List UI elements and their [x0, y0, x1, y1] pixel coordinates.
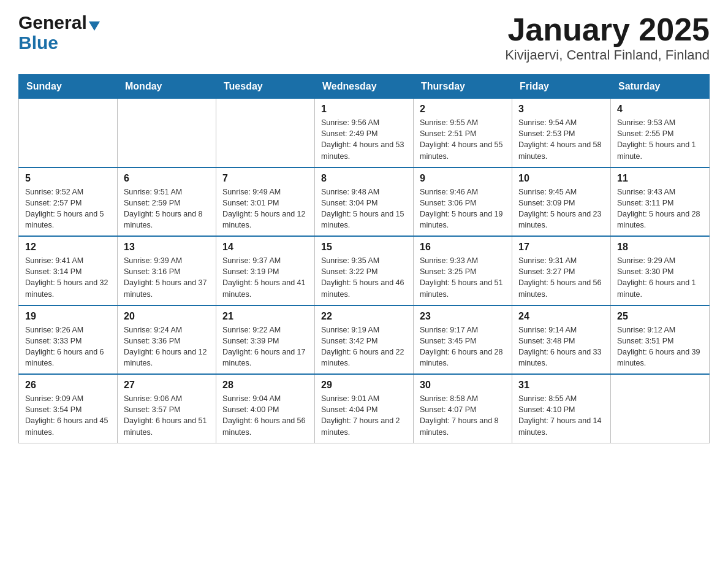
- calendar-cell: 2Sunrise: 9:55 AM Sunset: 2:51 PM Daylig…: [414, 99, 512, 167]
- calendar-cell: 25Sunrise: 9:12 AM Sunset: 3:51 PM Dayli…: [611, 305, 710, 375]
- day-number: 4: [617, 104, 703, 115]
- day-info: Sunrise: 9:31 AM Sunset: 3:27 PM Dayligh…: [518, 255, 604, 300]
- calendar-cell: 17Sunrise: 9:31 AM Sunset: 3:27 PM Dayli…: [512, 236, 611, 305]
- day-number: 16: [420, 242, 506, 253]
- day-info: Sunrise: 9:24 AM Sunset: 3:36 PM Dayligh…: [124, 324, 210, 369]
- calendar-cell: [216, 99, 315, 167]
- calendar-cell: 19Sunrise: 9:26 AM Sunset: 3:33 PM Dayli…: [19, 305, 118, 375]
- calendar-cell: 11Sunrise: 9:43 AM Sunset: 3:11 PM Dayli…: [611, 167, 710, 237]
- calendar-cell: 8Sunrise: 9:48 AM Sunset: 3:04 PM Daylig…: [315, 167, 414, 237]
- calendar-week-row: 12Sunrise: 9:41 AM Sunset: 3:14 PM Dayli…: [19, 236, 710, 305]
- day-info: Sunrise: 9:53 AM Sunset: 2:55 PM Dayligh…: [617, 117, 703, 162]
- page-title: January 2025: [505, 12, 710, 47]
- day-info: Sunrise: 9:39 AM Sunset: 3:16 PM Dayligh…: [124, 255, 210, 300]
- calendar-cell: 3Sunrise: 9:54 AM Sunset: 2:53 PM Daylig…: [512, 99, 611, 167]
- column-header-saturday: Saturday: [611, 75, 710, 99]
- column-header-sunday: Sunday: [19, 75, 118, 99]
- day-info: Sunrise: 9:17 AM Sunset: 3:45 PM Dayligh…: [420, 324, 506, 369]
- calendar-cell: 4Sunrise: 9:53 AM Sunset: 2:55 PM Daylig…: [611, 99, 710, 167]
- day-number: 28: [222, 380, 308, 391]
- page-subtitle: Kivijaervi, Central Finland, Finland: [505, 47, 710, 63]
- day-number: 10: [518, 173, 604, 184]
- calendar-cell: 18Sunrise: 9:29 AM Sunset: 3:30 PM Dayli…: [611, 236, 710, 305]
- column-header-friday: Friday: [512, 75, 611, 99]
- day-info: Sunrise: 9:09 AM Sunset: 3:54 PM Dayligh…: [25, 393, 111, 438]
- title-block: January 2025 Kivijaervi, Central Finland…: [505, 12, 710, 63]
- day-number: 25: [617, 311, 703, 322]
- day-info: Sunrise: 9:49 AM Sunset: 3:01 PM Dayligh…: [222, 186, 308, 231]
- day-number: 27: [124, 380, 210, 391]
- logo-blue: Blue: [18, 33, 58, 53]
- day-info: Sunrise: 9:56 AM Sunset: 2:49 PM Dayligh…: [321, 117, 407, 162]
- day-info: Sunrise: 9:48 AM Sunset: 3:04 PM Dayligh…: [321, 186, 407, 231]
- calendar-cell: 12Sunrise: 9:41 AM Sunset: 3:14 PM Dayli…: [19, 236, 118, 305]
- day-info: Sunrise: 9:35 AM Sunset: 3:22 PM Dayligh…: [321, 255, 407, 300]
- column-header-monday: Monday: [118, 75, 216, 99]
- calendar-cell: 31Sunrise: 8:55 AM Sunset: 4:10 PM Dayli…: [512, 374, 611, 443]
- calendar-cell: 9Sunrise: 9:46 AM Sunset: 3:06 PM Daylig…: [414, 167, 512, 237]
- calendar-cell: 26Sunrise: 9:09 AM Sunset: 3:54 PM Dayli…: [19, 374, 118, 443]
- calendar-cell: 20Sunrise: 9:24 AM Sunset: 3:36 PM Dayli…: [118, 305, 216, 375]
- day-number: 6: [124, 173, 210, 184]
- day-info: Sunrise: 9:41 AM Sunset: 3:14 PM Dayligh…: [25, 255, 111, 300]
- calendar-cell: 28Sunrise: 9:04 AM Sunset: 4:00 PM Dayli…: [216, 374, 315, 443]
- day-number: 12: [25, 242, 111, 253]
- calendar-week-row: 1Sunrise: 9:56 AM Sunset: 2:49 PM Daylig…: [19, 99, 710, 167]
- day-number: 3: [518, 104, 604, 115]
- day-number: 26: [25, 380, 111, 391]
- calendar-header-row: SundayMondayTuesdayWednesdayThursdayFrid…: [19, 75, 710, 99]
- calendar-cell: 30Sunrise: 8:58 AM Sunset: 4:07 PM Dayli…: [414, 374, 512, 443]
- calendar-cell: [611, 374, 710, 443]
- day-info: Sunrise: 9:22 AM Sunset: 3:39 PM Dayligh…: [222, 324, 308, 369]
- calendar-week-row: 19Sunrise: 9:26 AM Sunset: 3:33 PM Dayli…: [19, 305, 710, 375]
- calendar-cell: 1Sunrise: 9:56 AM Sunset: 2:49 PM Daylig…: [315, 99, 414, 167]
- day-info: Sunrise: 9:33 AM Sunset: 3:25 PM Dayligh…: [420, 255, 506, 300]
- calendar-cell: 15Sunrise: 9:35 AM Sunset: 3:22 PM Dayli…: [315, 236, 414, 305]
- day-info: Sunrise: 9:43 AM Sunset: 3:11 PM Dayligh…: [617, 186, 703, 231]
- column-header-tuesday: Tuesday: [216, 75, 315, 99]
- calendar-cell: 6Sunrise: 9:51 AM Sunset: 2:59 PM Daylig…: [118, 167, 216, 237]
- day-number: 31: [518, 380, 604, 391]
- calendar-cell: [118, 99, 216, 167]
- day-number: 19: [25, 311, 111, 322]
- logo-general: General: [18, 12, 87, 33]
- day-number: 1: [321, 104, 407, 115]
- day-info: Sunrise: 9:26 AM Sunset: 3:33 PM Dayligh…: [25, 324, 111, 369]
- day-number: 13: [124, 242, 210, 253]
- day-info: Sunrise: 9:06 AM Sunset: 3:57 PM Dayligh…: [124, 393, 210, 438]
- calendar-cell: 21Sunrise: 9:22 AM Sunset: 3:39 PM Dayli…: [216, 305, 315, 375]
- calendar-cell: 29Sunrise: 9:01 AM Sunset: 4:04 PM Dayli…: [315, 374, 414, 443]
- day-number: 22: [321, 311, 407, 322]
- logo-triangle-icon: [89, 21, 100, 31]
- day-info: Sunrise: 9:29 AM Sunset: 3:30 PM Dayligh…: [617, 255, 703, 300]
- day-info: Sunrise: 9:37 AM Sunset: 3:19 PM Dayligh…: [222, 255, 308, 300]
- day-number: 14: [222, 242, 308, 253]
- day-info: Sunrise: 9:04 AM Sunset: 4:00 PM Dayligh…: [222, 393, 308, 438]
- calendar-cell: 5Sunrise: 9:52 AM Sunset: 2:57 PM Daylig…: [19, 167, 118, 237]
- calendar-cell: 23Sunrise: 9:17 AM Sunset: 3:45 PM Dayli…: [414, 305, 512, 375]
- day-info: Sunrise: 9:46 AM Sunset: 3:06 PM Dayligh…: [420, 186, 506, 231]
- calendar-cell: 22Sunrise: 9:19 AM Sunset: 3:42 PM Dayli…: [315, 305, 414, 375]
- day-number: 23: [420, 311, 506, 322]
- day-number: 11: [617, 173, 703, 184]
- day-info: Sunrise: 9:52 AM Sunset: 2:57 PM Dayligh…: [25, 186, 111, 231]
- day-number: 29: [321, 380, 407, 391]
- day-info: Sunrise: 9:51 AM Sunset: 2:59 PM Dayligh…: [124, 186, 210, 231]
- day-info: Sunrise: 8:58 AM Sunset: 4:07 PM Dayligh…: [420, 393, 506, 438]
- calendar-cell: 16Sunrise: 9:33 AM Sunset: 3:25 PM Dayli…: [414, 236, 512, 305]
- day-number: 15: [321, 242, 407, 253]
- logo: General Blue: [18, 12, 100, 53]
- day-number: 9: [420, 173, 506, 184]
- day-info: Sunrise: 9:19 AM Sunset: 3:42 PM Dayligh…: [321, 324, 407, 369]
- day-info: Sunrise: 9:54 AM Sunset: 2:53 PM Dayligh…: [518, 117, 604, 162]
- day-info: Sunrise: 8:55 AM Sunset: 4:10 PM Dayligh…: [518, 393, 604, 438]
- calendar-cell: 7Sunrise: 9:49 AM Sunset: 3:01 PM Daylig…: [216, 167, 315, 237]
- day-info: Sunrise: 9:55 AM Sunset: 2:51 PM Dayligh…: [420, 117, 506, 162]
- calendar-cell: 10Sunrise: 9:45 AM Sunset: 3:09 PM Dayli…: [512, 167, 611, 237]
- calendar-week-row: 26Sunrise: 9:09 AM Sunset: 3:54 PM Dayli…: [19, 374, 710, 443]
- calendar-cell: 13Sunrise: 9:39 AM Sunset: 3:16 PM Dayli…: [118, 236, 216, 305]
- day-number: 5: [25, 173, 111, 184]
- day-number: 30: [420, 380, 506, 391]
- day-number: 20: [124, 311, 210, 322]
- day-number: 8: [321, 173, 407, 184]
